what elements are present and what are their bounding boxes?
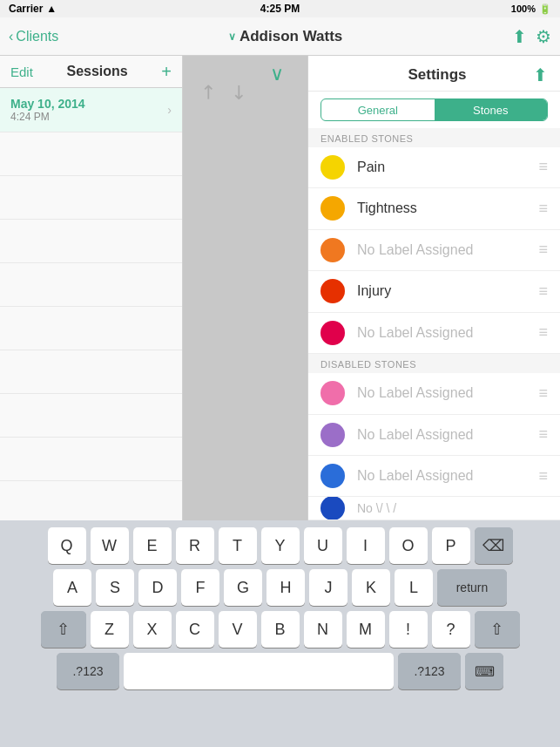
- key-a[interactable]: A: [53, 569, 91, 606]
- key-i[interactable]: I: [347, 527, 385, 564]
- session-time: 4:24 PM: [10, 111, 85, 123]
- stone-label-tightness: Tightness: [357, 200, 533, 216]
- arrow-down-icon: ∨: [270, 63, 284, 85]
- stone-handle-blue-icon[interactable]: ≡: [538, 467, 548, 486]
- key-s[interactable]: S: [96, 569, 134, 606]
- settings-panel: Settings ⬆ General Stones ENABLED STONES…: [307, 56, 560, 520]
- back-chevron-icon: ‹: [9, 29, 13, 44]
- shift-right-key[interactable]: ⇧: [475, 611, 520, 648]
- tab-stones[interactable]: Stones: [435, 99, 548, 120]
- key-k[interactable]: K: [352, 569, 390, 606]
- keyboard-row-3: ⇧ Z X C V B N M ! ? ⇧: [3, 611, 557, 648]
- stone-color-tightness: [320, 196, 345, 221]
- stone-label-nolabel-purple: No Label Assigned: [357, 427, 533, 443]
- arrow-topleft-icon: ↖: [194, 78, 221, 105]
- key-t[interactable]: T: [219, 527, 257, 564]
- stone-row-nolabel-purple: No Label Assigned ≡: [308, 415, 560, 456]
- battery-label: 100%: [511, 3, 536, 14]
- back-button[interactable]: ‹ Clients: [9, 29, 58, 44]
- key-v[interactable]: V: [219, 611, 257, 648]
- numbers-key-left[interactable]: .?123: [57, 653, 119, 689]
- keyboard-row-4: .?123 .?123 ⌨: [3, 653, 557, 689]
- stone-row-injury: ≡: [308, 271, 560, 312]
- edit-button[interactable]: Edit: [10, 65, 33, 79]
- settings-upload-icon[interactable]: ⬆: [533, 65, 548, 85]
- stone-label-nolabel-blue: No Label Assigned: [357, 468, 533, 484]
- nav-bar: ‹ Clients ∨ Addison Watts ⬆ ⚙: [0, 17, 560, 56]
- stone-color-darkblue: [320, 497, 345, 520]
- key-h[interactable]: H: [267, 569, 305, 606]
- arrow-bottomright-icon: ↘: [225, 78, 252, 105]
- stone-label-nolabel-darkblue: No \/ \ /: [357, 501, 548, 515]
- settings-header: Settings ⬆: [308, 56, 560, 92]
- nav-actions: ⬆ ⚙: [512, 26, 551, 47]
- keyboard: Q W E R T Y U I O P ⌫ A S D F G H J K L …: [0, 520, 560, 747]
- main-content: Edit Sessions + May 10, 2014 4:24 PM › ↖…: [0, 56, 560, 520]
- stone-color-orange: [320, 238, 345, 262]
- settings-title: Settings: [341, 66, 533, 84]
- stone-row-pain: Pain ≡: [308, 147, 560, 188]
- key-q[interactable]: Q: [48, 527, 86, 564]
- add-session-button[interactable]: +: [161, 63, 172, 80]
- stone-label-nolabel-pink: No Label Assigned: [357, 325, 533, 341]
- stone-color-pain: [320, 155, 345, 180]
- stone-handle-tightness-icon[interactable]: ≡: [538, 200, 548, 218]
- wifi-icon: ▲: [46, 3, 57, 15]
- space-key[interactable]: [124, 653, 394, 689]
- stone-handle-purple-icon[interactable]: ≡: [538, 425, 548, 444]
- empty-row-6: [0, 350, 182, 394]
- key-d[interactable]: D: [138, 569, 177, 606]
- emoji-key[interactable]: ⌨: [465, 653, 503, 689]
- stone-handle-pink-icon[interactable]: ≡: [538, 323, 548, 342]
- tab-general[interactable]: General: [321, 99, 435, 120]
- sidebar: Edit Sessions + May 10, 2014 4:24 PM ›: [0, 56, 183, 520]
- gear-icon[interactable]: ⚙: [536, 26, 551, 47]
- key-u[interactable]: U: [304, 527, 342, 564]
- stone-handle-orange-icon[interactable]: ≡: [538, 241, 548, 259]
- return-key[interactable]: return: [437, 569, 507, 606]
- sidebar-header: Edit Sessions +: [0, 56, 182, 88]
- key-e[interactable]: E: [133, 527, 172, 564]
- session-item[interactable]: May 10, 2014 4:24 PM ›: [0, 88, 182, 132]
- stone-label-injury[interactable]: [357, 283, 533, 299]
- key-m[interactable]: M: [347, 611, 385, 648]
- session-info: May 10, 2014 4:24 PM: [10, 97, 85, 123]
- key-o[interactable]: O: [389, 527, 428, 564]
- key-l[interactable]: L: [395, 569, 433, 606]
- key-n[interactable]: N: [304, 611, 342, 648]
- key-r[interactable]: R: [176, 527, 214, 564]
- stone-color-blue: [320, 464, 345, 488]
- stone-row-nolabel-lightpink: No Label Assigned ≡: [308, 373, 560, 414]
- key-x[interactable]: X: [133, 611, 172, 648]
- numbers-key-right[interactable]: .?123: [398, 653, 461, 689]
- keyboard-row-1: Q W E R T Y U I O P ⌫: [3, 527, 557, 564]
- enabled-stones-label: ENABLED STONES: [308, 128, 560, 147]
- stone-row-nolabel-pink: No Label Assigned ≡: [308, 313, 560, 354]
- stone-input-injury[interactable]: [357, 283, 533, 299]
- delete-key[interactable]: ⌫: [475, 527, 513, 564]
- key-b[interactable]: B: [261, 611, 300, 648]
- key-c[interactable]: C: [176, 611, 214, 648]
- share-icon[interactable]: ⬆: [512, 26, 527, 47]
- stone-handle-lightpink-icon[interactable]: ≡: [538, 384, 548, 403]
- stone-row-tightness: Tightness ≡: [308, 188, 560, 229]
- key-j[interactable]: J: [309, 569, 347, 606]
- page-title: Addison Watts: [240, 28, 342, 45]
- back-label: Clients: [16, 29, 58, 44]
- stone-handle-injury-icon[interactable]: ≡: [538, 282, 548, 301]
- key-exclaim[interactable]: !: [389, 611, 428, 648]
- key-p[interactable]: P: [432, 527, 470, 564]
- key-w[interactable]: W: [91, 527, 129, 564]
- stone-row-nolabel-orange: No Label Assigned ≡: [308, 230, 560, 271]
- key-y[interactable]: Y: [261, 527, 300, 564]
- stone-row-nolabel-blue: No Label Assigned ≡: [308, 456, 560, 497]
- stone-handle-pain-icon[interactable]: ≡: [538, 158, 548, 176]
- empty-row-3: [0, 220, 182, 263]
- key-question[interactable]: ?: [432, 611, 470, 648]
- key-g[interactable]: G: [224, 569, 262, 606]
- disabled-stones-label: DISABLED STONES: [308, 354, 560, 373]
- key-f[interactable]: F: [181, 569, 219, 606]
- empty-row-5: [0, 307, 182, 350]
- shift-key[interactable]: ⇧: [41, 611, 86, 648]
- key-z[interactable]: Z: [91, 611, 129, 648]
